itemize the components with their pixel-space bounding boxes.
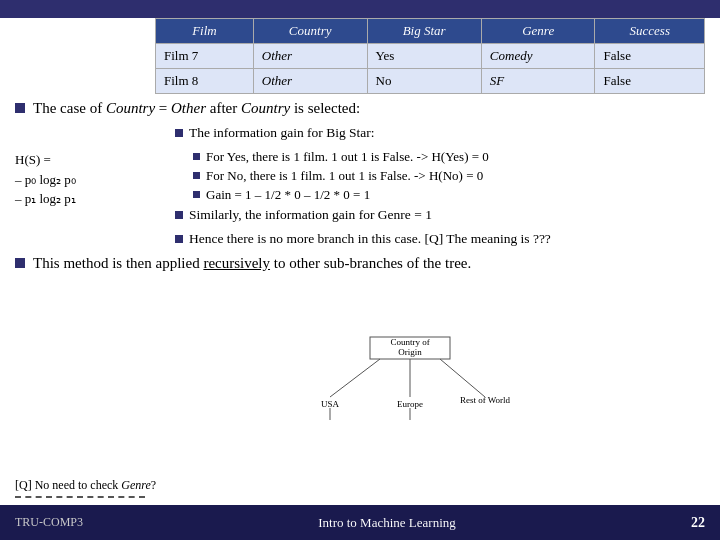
bottom-note: [Q] No need to check Genre? [15,478,156,498]
bottom-note-text: [Q] No need to check Genre? [15,478,156,492]
info-gain-label-text: The information gain for Big Star: [189,125,375,141]
table-cell-0-3: Comedy [481,44,595,69]
similarly-bullet: Similarly, the information gain for Genr… [175,207,705,223]
sub-item-3-text: Gain = 1 – 1/2 * 0 – 1/2 * 0 = 1 [206,187,370,203]
svg-text:Origin: Origin [398,347,422,357]
table-cell-1-1: Other [253,69,367,94]
sub-item-1-text: For Yes, there is 1 film. 1 out 1 is Fal… [206,149,489,165]
sub-sq-2 [193,172,200,179]
table-cell-0-4: False [595,44,705,69]
table-cell-1-2: No [367,69,481,94]
bullet-square-2 [15,258,25,268]
footer-left-text: TRU-COMP3 [15,515,83,530]
top-bar [0,0,720,18]
table-cell-1-4: False [595,69,705,94]
svg-text:Rest of World: Rest of World [460,395,510,405]
table-cell-1-3: SF [481,69,595,94]
col-header-genre: Genre [481,19,595,44]
table-cell-0-2: Yes [367,44,481,69]
table-row-1: Film 8OtherNoSFFalse [156,69,705,94]
bullet-square-1 [15,103,25,113]
sub-sq-3 [193,191,200,198]
sub-item-2-text: For No, there is 1 film. 1 out 1 is Fals… [206,168,483,184]
table-row-0: Film 7OtherYesComedyFalse [156,44,705,69]
table-cell-0-0: Film 7 [156,44,254,69]
bullet-sm-similarly [175,211,183,219]
col-header-bigstar: Big Star [367,19,481,44]
bullet-sm-hence [175,235,183,243]
bullet-2-text: This method is then applied recursively … [33,255,471,272]
svg-text:USA: USA [321,399,340,409]
svg-line-3 [330,359,380,397]
main-content: The case of Country = Other after Countr… [15,100,705,280]
sub-bullets: For Yes, there is 1 film. 1 out 1 is Fal… [193,149,705,203]
col-header-country: Country [253,19,367,44]
tree-diagram: Country of Origin USA Europe Rest of Wor… [310,335,510,425]
tree-svg: Country of Origin USA Europe Rest of Wor… [310,335,510,425]
data-table: Film Country Big Star Genre Success Film… [155,18,705,94]
sub-item-1: For Yes, there is 1 film. 1 out 1 is Fal… [193,149,705,165]
hence-text: Hence there is no more branch in this ca… [189,231,551,247]
svg-line-5 [440,359,485,397]
col-header-success: Success [595,19,705,44]
sub-item-2: For No, there is 1 film. 1 out 1 is Fals… [193,168,705,184]
svg-text:Europe: Europe [397,399,423,409]
footer: TRU-COMP3 Intro to Machine Learning 22 [0,505,720,540]
similarly-text: Similarly, the information gain for Genr… [189,207,432,223]
info-gain-header: The information gain for Big Star: [175,125,705,141]
footer-page-number: 22 [691,515,705,531]
data-table-container: Film Country Big Star Genre Success Film… [155,18,705,94]
col-header-film: Film [156,19,254,44]
bullet-1: The case of Country = Other after Countr… [15,100,705,117]
hence-bullet: Hence there is no more branch in this ca… [175,231,705,247]
footer-center-text: Intro to Machine Learning [318,515,456,531]
bullet-2: This method is then applied recursively … [15,255,705,272]
table-cell-0-1: Other [253,44,367,69]
svg-text:Country of: Country of [390,337,429,347]
info-gain-section: The information gain for Big Star: For Y… [175,125,705,247]
sub-sq-1 [193,153,200,160]
bullet-sm-infogain [175,129,183,137]
table-cell-1-0: Film 8 [156,69,254,94]
dashed-line [15,496,145,498]
sub-item-3: Gain = 1 – 1/2 * 0 – 1/2 * 0 = 1 [193,187,705,203]
bullet-1-text: The case of Country = Other after Countr… [33,100,360,117]
